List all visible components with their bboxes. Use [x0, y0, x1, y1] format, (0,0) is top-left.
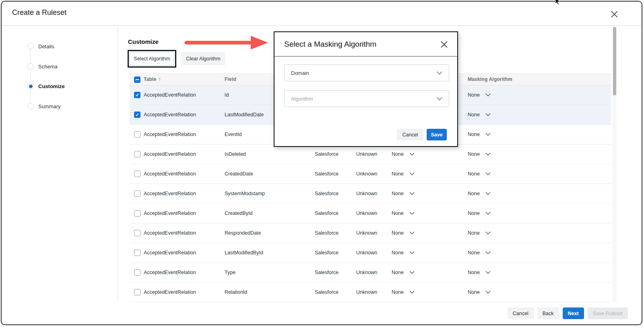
chevron-down-icon [409, 212, 415, 215]
row-checkbox[interactable] [134, 250, 140, 256]
algorithm-select-placeholder: Algorithm [291, 96, 313, 102]
chevron-down-icon [409, 251, 415, 254]
cell-field: CreatedById [225, 210, 252, 216]
masking-value: None [468, 171, 480, 177]
cell-profile: Unknown [356, 270, 377, 275]
domain-dropdown[interactable]: None [392, 191, 415, 196]
step-label: Details [38, 43, 54, 50]
row-checkbox[interactable] [134, 210, 140, 217]
modal-actions: Cancel Save [397, 129, 447, 140]
modal-title: Select a Masking Algorithm [284, 40, 376, 49]
domain-value: None [392, 270, 404, 275]
domain-dropdown[interactable]: None [392, 250, 415, 256]
chevron-down-icon [485, 172, 491, 175]
step-circle-icon [27, 43, 34, 50]
chevron-down-icon [485, 271, 491, 274]
masking-algorithm-dropdown[interactable]: None [468, 289, 491, 295]
cell-field: RelationId [225, 289, 247, 295]
table-row: AcceptedEventRelation RespondedDate Sale… [130, 223, 611, 243]
cell-profile: Unknown [356, 210, 377, 216]
sidebar-item-details[interactable]: Details [27, 43, 54, 50]
column-header-masking-algorithm[interactable]: Masking Algorithm [468, 76, 512, 82]
scrollbar-thumb[interactable] [613, 27, 616, 95]
sidebar-item-schema[interactable]: Schema [27, 63, 58, 70]
row-checkbox[interactable] [134, 190, 140, 197]
cell-connector: Salesforce [315, 230, 339, 236]
chevron-down-icon [409, 172, 415, 175]
cell-field: CreatedDate [225, 171, 253, 177]
page-title: Create a Ruleset [12, 8, 66, 17]
cancel-button[interactable]: Cancel [508, 307, 534, 319]
masking-value: None [468, 230, 480, 236]
cursor-pointer-icon [555, 0, 561, 6]
masking-algorithm-dropdown[interactable]: None [468, 112, 491, 118]
modal-close-icon[interactable] [440, 40, 448, 49]
back-button[interactable]: Back [537, 307, 559, 319]
masking-value: None [468, 210, 480, 216]
cell-field: LastModifiedDate [225, 112, 264, 118]
domain-dropdown[interactable]: None [392, 210, 415, 216]
domain-dropdown[interactable]: None [392, 230, 415, 236]
chevron-down-icon [485, 153, 491, 156]
step-label: Schema [38, 64, 58, 70]
row-checkbox[interactable] [134, 151, 140, 157]
domain-dropdown[interactable]: None [392, 151, 415, 157]
domain-value: None [392, 289, 404, 295]
annotation-highlight-box: Select Algorithm [128, 50, 176, 68]
table-row: AcceptedEventRelation CreatedDate Salesf… [130, 164, 611, 184]
row-checkbox[interactable] [134, 230, 140, 236]
chevron-down-icon [409, 231, 415, 235]
masking-algorithm-dropdown[interactable]: None [468, 250, 491, 256]
masking-algorithm-dropdown[interactable]: None [468, 270, 491, 275]
masking-algorithm-dropdown[interactable]: None [468, 230, 491, 236]
sidebar-item-summary[interactable]: Summary [27, 103, 61, 109]
masking-algorithm-dropdown[interactable]: None [468, 171, 491, 177]
row-checkbox[interactable] [134, 111, 140, 118]
cell-connector: Salesforce [315, 250, 339, 256]
sort-ascending-icon: ↑ [158, 76, 161, 82]
close-icon[interactable] [610, 10, 619, 19]
masking-algorithm-dropdown[interactable]: None [468, 92, 491, 98]
cell-field: RespondedDate [225, 230, 261, 236]
chevron-down-icon [485, 133, 491, 136]
domain-dropdown[interactable]: None [392, 270, 415, 275]
table-row: AcceptedEventRelation RelationId Salesfo… [130, 283, 611, 302]
cell-profile: Unknown [356, 289, 377, 295]
select-algorithm-button[interactable]: Select Algorithm [130, 52, 174, 66]
save-ruleset-button[interactable]: Save Ruleset [588, 307, 628, 319]
domain-select[interactable]: Domain [284, 64, 449, 81]
cell-profile: Unknown [356, 230, 377, 236]
algorithm-select[interactable]: Algorithm [284, 90, 449, 107]
clear-algorithm-button[interactable]: Clear Algorithm [181, 52, 225, 65]
footer-actions: Cancel Back Next Save Ruleset [508, 307, 628, 319]
row-checkbox[interactable] [134, 131, 140, 138]
next-button[interactable]: Next [563, 307, 584, 319]
column-header-field[interactable]: Field [225, 76, 236, 82]
masking-algorithm-dropdown[interactable]: None [468, 151, 491, 157]
chevron-down-icon [485, 113, 491, 116]
masking-algorithm-dropdown[interactable]: None [468, 191, 491, 196]
row-checkbox[interactable] [134, 269, 140, 276]
modal-cancel-button[interactable]: Cancel [397, 129, 423, 140]
domain-dropdown[interactable]: None [392, 171, 415, 177]
row-checkbox[interactable] [134, 289, 140, 295]
titlebar-divider [2, 25, 642, 26]
table-row: AcceptedEventRelation Type Salesforce Un… [130, 263, 611, 283]
scrollbar-track[interactable] [612, 26, 617, 302]
masking-algorithm-dropdown[interactable]: None [468, 132, 491, 137]
chevron-down-icon [485, 231, 491, 235]
column-header-table[interactable]: Table↑ [144, 76, 161, 82]
table-row: AcceptedEventRelation IsDeleted Salesfor… [130, 144, 611, 164]
cell-table: AcceptedEventRelation [144, 92, 196, 98]
table-row: AcceptedEventRelation CreatedById Salesf… [130, 204, 611, 223]
chevron-down-icon [485, 93, 491, 97]
modal-save-button[interactable]: Save [427, 129, 447, 140]
domain-dropdown[interactable]: None [392, 289, 415, 295]
step-circle-icon [27, 83, 34, 89]
masking-algorithm-dropdown[interactable]: None [468, 210, 491, 216]
row-checkbox[interactable] [134, 92, 140, 98]
select-all-checkbox[interactable] [134, 76, 140, 83]
sidebar-item-customize[interactable]: Customize [27, 83, 65, 89]
row-checkbox[interactable] [134, 171, 140, 177]
cell-connector: Salesforce [315, 171, 339, 177]
